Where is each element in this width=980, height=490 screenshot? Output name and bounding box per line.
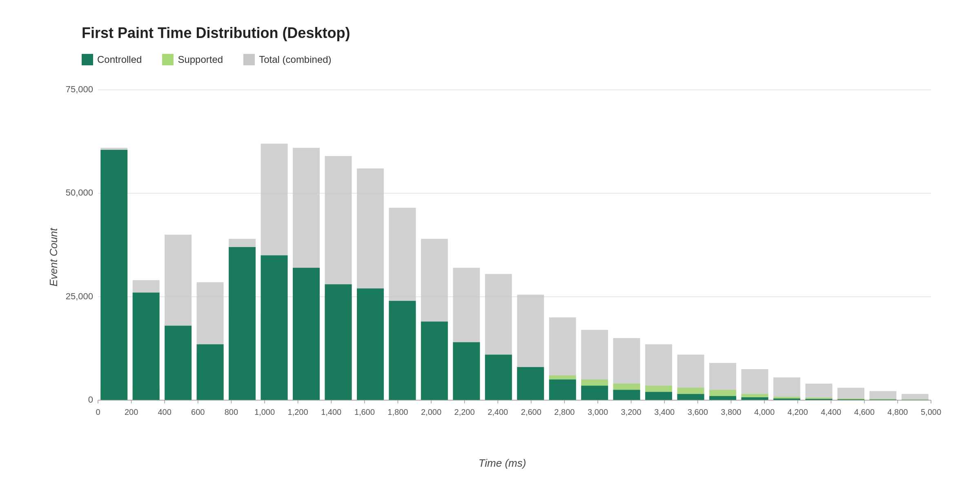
svg-text:3,400: 3,400 <box>654 408 675 416</box>
svg-rect-61 <box>645 392 672 400</box>
svg-rect-64 <box>677 394 704 400</box>
svg-rect-49 <box>517 367 544 400</box>
y-axis-label: Event Count <box>47 228 60 286</box>
svg-text:1,400: 1,400 <box>321 408 341 416</box>
legend-label-supported: Supported <box>178 54 223 65</box>
svg-rect-83 <box>902 394 929 400</box>
svg-text:400: 400 <box>158 408 172 416</box>
svg-text:800: 800 <box>225 408 238 416</box>
svg-rect-58 <box>613 390 640 400</box>
svg-text:25,000: 25,000 <box>66 291 93 301</box>
svg-text:3,600: 3,600 <box>688 408 708 416</box>
chart-area: Event Count Time (ms) 025,00050,00075,00… <box>57 82 947 433</box>
x-axis-label: Time (ms) <box>479 457 526 470</box>
chart-legend: Controlled Supported Total (combined) <box>57 54 947 65</box>
svg-text:2,400: 2,400 <box>488 408 508 416</box>
svg-text:600: 600 <box>191 408 205 416</box>
svg-rect-80 <box>869 391 896 400</box>
svg-text:4,800: 4,800 <box>887 408 908 416</box>
svg-text:4,200: 4,200 <box>788 408 808 416</box>
chart-container: First Paint Time Distribution (Desktop) … <box>0 0 980 490</box>
svg-rect-28 <box>293 268 320 400</box>
svg-text:0: 0 <box>88 394 93 405</box>
svg-rect-40 <box>421 321 448 400</box>
svg-rect-71 <box>773 377 800 400</box>
svg-text:50,000: 50,000 <box>66 187 93 198</box>
svg-text:2,200: 2,200 <box>454 408 475 416</box>
legend-item-total: Total (combined) <box>243 54 331 65</box>
svg-text:3,000: 3,000 <box>588 408 608 416</box>
svg-rect-10 <box>100 150 127 400</box>
svg-text:2,600: 2,600 <box>521 408 541 416</box>
chart-title: First Paint Time Distribution (Desktop) <box>57 24 947 42</box>
legend-label-total: Total (combined) <box>259 54 331 65</box>
legend-item-controlled: Controlled <box>82 54 142 65</box>
svg-text:5,000: 5,000 <box>921 408 941 416</box>
svg-rect-22 <box>229 247 256 400</box>
svg-text:1,800: 1,800 <box>388 408 408 416</box>
legend-item-supported: Supported <box>162 54 223 65</box>
svg-text:4,400: 4,400 <box>821 408 841 416</box>
svg-rect-25 <box>261 255 288 400</box>
svg-rect-43 <box>453 342 480 400</box>
svg-text:4,600: 4,600 <box>854 408 875 416</box>
svg-text:1,200: 1,200 <box>288 408 308 416</box>
svg-rect-31 <box>325 284 352 400</box>
legend-box-controlled <box>82 54 93 65</box>
svg-rect-67 <box>709 396 736 400</box>
svg-text:75,000: 75,000 <box>66 84 93 94</box>
svg-rect-19 <box>197 344 224 400</box>
legend-box-supported <box>162 54 174 65</box>
svg-rect-34 <box>357 288 384 400</box>
svg-text:1,000: 1,000 <box>254 408 275 416</box>
svg-text:3,800: 3,800 <box>721 408 741 416</box>
svg-text:3,200: 3,200 <box>621 408 641 416</box>
legend-box-total <box>243 54 255 65</box>
svg-rect-16 <box>165 326 192 400</box>
svg-rect-13 <box>133 293 160 400</box>
svg-rect-77 <box>837 388 864 400</box>
svg-rect-52 <box>549 379 576 400</box>
svg-text:2,800: 2,800 <box>554 408 575 416</box>
svg-rect-55 <box>581 386 608 400</box>
svg-text:1,600: 1,600 <box>354 408 375 416</box>
svg-text:0: 0 <box>96 408 100 416</box>
svg-rect-46 <box>485 355 512 400</box>
svg-text:200: 200 <box>125 408 138 416</box>
svg-text:4,000: 4,000 <box>754 408 775 416</box>
legend-label-controlled: Controlled <box>97 54 142 65</box>
svg-text:2,000: 2,000 <box>421 408 441 416</box>
svg-rect-70 <box>742 397 768 400</box>
svg-rect-37 <box>389 301 416 400</box>
